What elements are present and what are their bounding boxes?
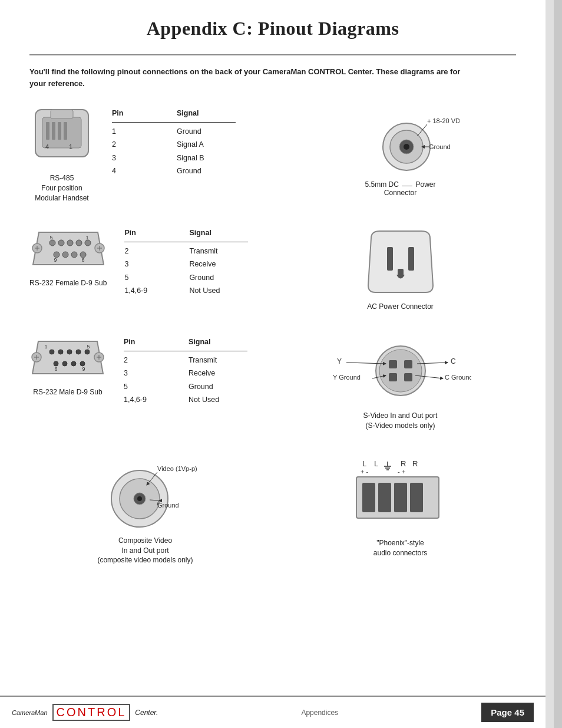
right-bar-inner [554, 0, 562, 728]
svg-rect-37 [408, 247, 414, 271]
row-2: 5 1 9 6 RS-232 Female D-9 Sub Pin [29, 226, 516, 312]
svg-text:4: 4 [45, 143, 49, 150]
svg-text:5: 5 [49, 235, 52, 241]
svg-point-49 [85, 350, 90, 354]
composite-section: Video (1Vp-p) Ground [29, 454, 261, 565]
svg-point-27 [85, 240, 91, 246]
svg-text:R: R [401, 459, 406, 468]
phoenix-svg: L L R R + - - + [348, 454, 454, 531]
svg-point-46 [58, 350, 63, 354]
svg-rect-63 [404, 373, 412, 381]
rs232-female-label: RS-232 Female D-9 Sub [29, 278, 107, 288]
svg-text:6: 6 [81, 257, 84, 263]
svg-rect-2 [51, 110, 73, 118]
svg-text:9: 9 [54, 257, 57, 263]
svg-point-51 [62, 361, 67, 366]
svg-text:Ground: Ground [157, 502, 179, 509]
svg-rect-62 [389, 373, 397, 381]
svg-rect-93 [378, 483, 391, 512]
svg-text:R: R [412, 459, 418, 468]
svg-point-29 [62, 252, 68, 258]
svg-text:Y Ground: Y Ground [333, 374, 361, 381]
page-title: Appendix C: Pinout Diagrams [29, 18, 516, 39]
svg-rect-95 [410, 483, 423, 512]
svg-rect-61 [404, 360, 412, 368]
rs232-male-pin-table: Pin Signal 2Transmit 3Receive 5Ground 1,… [124, 335, 247, 407]
svg-point-45 [49, 350, 54, 354]
rs485-section: 4 1 RS-485 Four position Modular Handset… [29, 107, 261, 203]
svg-rect-60 [389, 360, 397, 368]
rs232-male-label: RS-232 Male D-9 Sub [33, 387, 102, 397]
phoenix-section: L L R R + - - + [285, 454, 516, 558]
ac-power-section: AC Power Connector [285, 226, 516, 312]
svg-rect-36 [387, 247, 393, 271]
main-content: Appendix C: Pinout Diagrams You'll find … [0, 0, 546, 612]
footer-control-logo: CONTROL [52, 704, 131, 721]
svg-point-25 [67, 240, 73, 246]
divider [29, 54, 516, 55]
rs485-label: RS-485 Four position Modular Handset [35, 173, 88, 203]
ac-power-svg [356, 226, 445, 297]
ac-power-label: AC Power Connector [367, 302, 434, 312]
svg-text:+  -: + - [361, 468, 368, 475]
rs232-female-figure: 5 1 9 6 RS-232 Female D-9 Sub [29, 226, 107, 288]
rs232-male-svg: 1 5 6 9 [29, 335, 106, 383]
svg-point-59 [379, 350, 422, 392]
svg-rect-4 [52, 122, 55, 140]
svg-rect-94 [394, 483, 407, 512]
rs485-figure: 4 1 RS-485 Four position Modular Handset [29, 107, 94, 203]
intro-text: You'll find the following pinout connect… [29, 66, 471, 89]
svg-point-26 [76, 240, 82, 246]
rs232-male-figure: 1 5 6 9 RS-232 Male D-9 Sub [29, 335, 106, 397]
rs485-pin-table: Pin Signal 1Ground 2Signal A 3Signal B 4… [112, 107, 236, 178]
svg-rect-5 [58, 122, 61, 140]
svg-rect-6 [64, 122, 67, 140]
rs232-female-pin-table: Pin Signal 2Transmit 3Receive 5Ground 1,… [124, 226, 248, 298]
svg-point-12 [404, 144, 409, 150]
phoenix-label: "Phoenix"-style audio connectors [373, 538, 427, 558]
svg-text:5: 5 [87, 344, 90, 350]
footer-cameraman: CameraMan [12, 709, 48, 716]
svg-rect-92 [362, 483, 375, 512]
svg-text:L: L [374, 459, 378, 468]
row-3: 1 5 6 9 RS-232 Male D-9 Sub Pin [29, 335, 516, 431]
svg-point-48 [76, 350, 81, 354]
dc-power-label: 5.5mm DC Power Connector [365, 180, 435, 197]
svg-text:+ 18-20 VDC: + 18-20 VDC [427, 117, 459, 124]
rs232-female-svg: 5 1 9 6 [30, 226, 107, 274]
dc-power-section: + 18-20 VDC Ground 5.5mm D [285, 107, 516, 197]
footer-appendices: Appendices [301, 709, 338, 717]
dc-power-svg: + 18-20 VDC Ground [342, 107, 459, 177]
rs232-female-section: 5 1 9 6 RS-232 Female D-9 Sub Pin [29, 226, 261, 298]
right-bar [546, 0, 562, 728]
svg-text:Ground: Ground [429, 143, 451, 150]
page-container: Appendix C: Pinout Diagrams You'll find … [0, 0, 562, 728]
svg-text:9: 9 [82, 366, 85, 372]
composite-label: Composite Video In and Out port (composi… [97, 536, 193, 565]
svg-point-47 [67, 350, 72, 354]
svg-rect-38 [398, 269, 404, 276]
svg-point-53 [80, 361, 85, 366]
diagrams-grid: 4 1 RS-485 Four position Modular Handset… [29, 107, 516, 565]
footer-center-logo: Center. [135, 709, 158, 717]
svg-text:C: C [451, 357, 456, 365]
row-4: Video (1Vp-p) Ground [29, 454, 516, 565]
svg-point-52 [71, 361, 76, 366]
svg-text:1: 1 [44, 344, 47, 350]
svg-point-50 [54, 361, 58, 366]
svideo-section: Y C Y Ground C Ground [285, 335, 516, 431]
svg-text:1: 1 [85, 235, 88, 241]
svg-point-23 [49, 240, 55, 246]
svg-text:6: 6 [54, 366, 57, 372]
svg-text:C Ground: C Ground [445, 374, 471, 381]
svg-point-75 [137, 496, 142, 501]
svideo-label: S-Video In and Out port (S-Video models … [363, 411, 438, 431]
svg-text:Video (1Vp-p): Video (1Vp-p) [157, 465, 197, 472]
svg-point-24 [58, 240, 64, 246]
svg-text:L: L [362, 459, 366, 468]
row-1: 4 1 RS-485 Four position Modular Handset… [29, 107, 516, 203]
footer-logo: CameraMan CONTROL Center. [12, 704, 158, 721]
svg-text:Y: Y [337, 357, 342, 365]
svg-point-30 [71, 252, 77, 258]
rs232-male-section: 1 5 6 9 RS-232 Male D-9 Sub Pin [29, 335, 261, 407]
